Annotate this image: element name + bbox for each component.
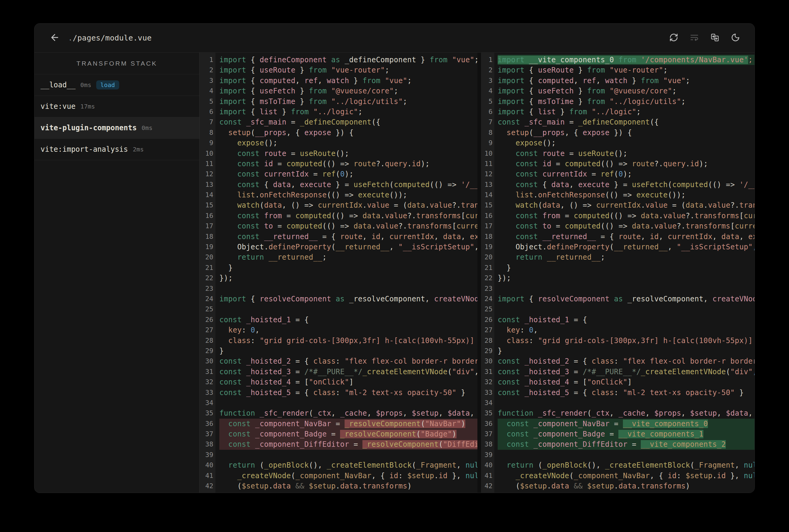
code-token: = xyxy=(587,170,601,178)
code-token: computed xyxy=(287,222,322,230)
code-token: = { xyxy=(596,232,618,241)
code-line: const from = computed(() => data.value?.… xyxy=(219,211,477,221)
code-token: , { xyxy=(650,472,668,480)
code-token: , xyxy=(403,409,412,417)
plugin-name: vite:import-analysis xyxy=(40,145,128,154)
code-panel-before[interactable]: 1234567891011121314151617181920212223242… xyxy=(200,53,477,493)
code-token: import xyxy=(498,97,525,106)
code-token xyxy=(251,420,255,428)
code-token: _hoisted_5 xyxy=(525,388,569,397)
code-token xyxy=(251,430,255,438)
code-panel-after[interactable]: 1234567891011121314151617181920212223242… xyxy=(481,53,754,493)
code-token: currentIdx xyxy=(668,232,713,241)
code-token: }); xyxy=(219,274,233,282)
back-button[interactable] xyxy=(48,32,61,45)
code-token: Object xyxy=(515,243,543,251)
code-token: route xyxy=(354,159,376,168)
line-number: 41 xyxy=(200,471,213,481)
code-token: (); xyxy=(543,139,556,147)
code-token: (); xyxy=(614,149,627,158)
code-line: list.onFetchResponse(() => execute()); xyxy=(498,190,754,200)
code-token: ) xyxy=(407,482,412,490)
code-token: import xyxy=(219,76,246,85)
refresh-button[interactable] xyxy=(669,34,678,43)
line-number: 22 xyxy=(481,273,493,283)
code-token: computed xyxy=(574,212,609,220)
code-token: "ml-2 text-xs opacity-50" xyxy=(623,388,735,397)
code-token: const xyxy=(515,149,538,158)
code-token: from xyxy=(587,97,605,106)
line-number: 25 xyxy=(200,304,213,315)
code-line: const id = computed(() => route?.query.i… xyxy=(219,159,477,169)
code-token: && xyxy=(569,482,587,490)
transform-stack-item-vite-vue[interactable]: vite:vue17ms xyxy=(35,96,199,117)
wrap-lines-button[interactable] xyxy=(690,34,699,43)
code-token: setup xyxy=(228,129,251,137)
code-token: ({ xyxy=(371,118,381,126)
code-token: "../logic/utils" xyxy=(331,97,403,106)
code-column: import __vite_components_0 from '/compon… xyxy=(494,53,754,493)
code-token: , xyxy=(255,326,260,334)
code-token: , { xyxy=(371,472,389,480)
line-number: 12 xyxy=(200,169,213,179)
code-token: = ( xyxy=(668,201,685,209)
code-line: import __vite_components_0 from '/compon… xyxy=(498,55,754,65)
code-line: watch(data, () => currentIdx.value = (da… xyxy=(498,200,754,210)
code-token: list xyxy=(515,191,533,199)
code-token: import xyxy=(219,87,246,95)
merge-panels-button[interactable] xyxy=(710,34,719,43)
code-line: const __returned__ = { route, id, curren… xyxy=(498,231,754,242)
transform-stack-header: TRANSFORM STACK xyxy=(35,53,199,74)
transform-stack-item--load-[interactable]: __load__0msload xyxy=(35,74,199,96)
code-line: import { msToTime } from "../logic/utils… xyxy=(498,96,754,107)
line-number: 4 xyxy=(481,86,493,96)
code-token: ( xyxy=(447,367,452,376)
code-token: value xyxy=(367,201,389,209)
plugin-name: vite-plugin-components xyxy=(40,124,137,132)
code-token xyxy=(529,420,534,428)
code-line: import { useRoute } from "vue-router"; xyxy=(219,65,477,75)
code-token: id xyxy=(264,159,273,168)
code-token xyxy=(219,191,237,199)
code-token: , xyxy=(291,180,300,189)
transform-stack-item-vite-import-analysis[interactable]: vite:import-analysis2ms xyxy=(35,139,199,160)
line-number: 6 xyxy=(481,107,493,117)
code-line: const _component_DiffEditor = __vite_com… xyxy=(498,439,754,450)
code-token: /*#__PURE__*/ xyxy=(583,367,641,376)
code-token: "flex flex-col border-r border-main" xyxy=(623,357,754,365)
line-number: 26 xyxy=(481,315,493,325)
transform-stack-item-vite-plugin-components[interactable]: vite-plugin-components0ms xyxy=(35,117,199,139)
code-token: = xyxy=(605,430,618,438)
code-column: import { defineComponent as _defineCompo… xyxy=(215,53,477,493)
code-token xyxy=(219,253,237,262)
code-token xyxy=(251,440,255,449)
code-token: as xyxy=(331,295,349,303)
code-token: onFetchResponse xyxy=(538,191,605,199)
code-token: setup xyxy=(507,129,529,137)
code-token: currentIdx xyxy=(457,222,477,230)
code-token: _openBlock xyxy=(543,461,587,470)
code-token: import xyxy=(498,108,525,116)
code-token xyxy=(219,461,228,470)
code-token: route xyxy=(264,149,287,158)
code-token: as xyxy=(610,295,627,303)
line-number: 11 xyxy=(481,159,493,169)
line-number: 42 xyxy=(200,481,213,491)
code-token xyxy=(219,139,237,147)
code-token: from xyxy=(309,66,327,74)
code-token: } xyxy=(277,108,291,116)
code-line: import { useFetch } from "@vueuse/core"; xyxy=(498,86,754,96)
moon-button[interactable] xyxy=(731,34,740,43)
code-token: execute xyxy=(300,180,331,189)
code-token: ); xyxy=(421,159,430,168)
code-token: , xyxy=(668,243,677,251)
code-token: const xyxy=(515,170,538,178)
line-number: 42 xyxy=(481,481,493,491)
code-token: }, xyxy=(447,472,465,480)
code-token: ] xyxy=(349,378,354,386)
file-path: ./pages/module.vue xyxy=(68,34,151,42)
code-token: , xyxy=(461,232,470,241)
code-token: ?. xyxy=(685,212,695,220)
code-token: id xyxy=(668,472,677,480)
code-token: ?. xyxy=(376,159,385,168)
